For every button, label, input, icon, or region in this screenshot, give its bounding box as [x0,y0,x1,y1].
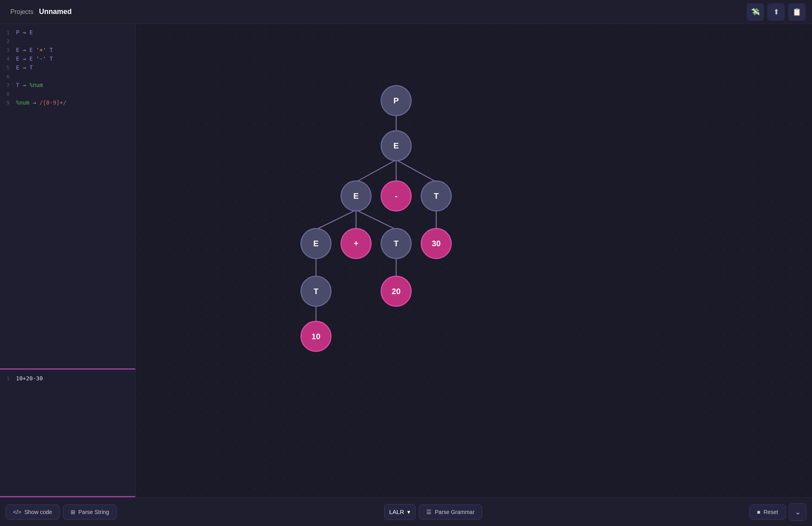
tree-node: - [381,181,411,211]
parse-string-label: Parse String [79,509,109,515]
grammar-line: 3E → E '+' T [0,46,135,55]
line-content [16,73,19,79]
line-content [16,38,19,44]
token-arrow: → [30,99,39,106]
input-editor[interactable]: 110+20-30 [0,370,135,497]
token-arrow: → [19,64,29,71]
grammar-line: 9%num → /[0-9]+/ [0,99,135,108]
token-terminal-tok: %num [30,82,43,88]
expand-chevron-icon: ⌄ [795,508,801,516]
line-number: 1 [0,376,16,382]
tree-edge [356,210,396,229]
line-number: 2 [0,38,16,44]
project-title: Unnamed [39,8,72,16]
token-arrow: → [19,29,29,36]
line-content: %num → /[0-9]+/ [16,99,66,106]
line-number: 6 [0,73,16,79]
header: Projects Unnamed 💸 ⬆ 📋 [0,0,812,24]
tree-node: E [301,229,331,259]
token-terminal-tok: %num [16,99,30,106]
line-number: 4 [0,56,16,62]
lalr-dropdown[interactable]: LALR ▾ [384,504,416,520]
parse-tree-panel: PEE-TE+T30T2010 [136,24,812,497]
line-content: T → %num [16,82,43,88]
token-nonterminal: E [30,29,33,36]
grammar-line: 7T → %num [0,81,135,90]
line-number: 5 [0,65,16,71]
reset-button[interactable]: ■ Reset [749,504,786,520]
tree-node: E [381,131,411,161]
node-label: T [394,239,399,248]
token-space [33,47,36,53]
tree-node: T [421,181,451,211]
tree-node: T [381,229,411,259]
header-actions: 💸 ⬆ 📋 [747,3,806,21]
node-label: E [313,239,319,248]
line-content: E → E '+' T [16,47,53,53]
copy-button[interactable]: 📋 [788,3,806,21]
node-label: E [394,141,399,150]
line-content: P → E [16,29,33,36]
node-label: + [354,239,359,248]
lalr-label: LALR [389,508,404,515]
tree-node: P [381,86,411,116]
show-code-label: Show code [24,509,52,515]
token-space [33,55,36,62]
node-label: - [395,192,398,200]
lalr-chevron: ▾ [407,508,410,516]
line-content: E → T [16,64,33,71]
token-arrow: → [19,55,29,62]
node-label: E [353,192,359,200]
node-label: 10 [311,332,320,341]
grammar-line: 8 [0,90,135,99]
tree-edge [396,160,436,182]
grammar-line: 6 [0,73,135,81]
donate-button[interactable]: 💸 [747,3,764,21]
line-number: 1 [0,30,16,36]
tree-edge [356,160,396,182]
line-content [16,91,19,97]
reset-icon: ■ [757,509,760,515]
parse-tree-svg: PEE-TE+T30T2010 [136,24,812,497]
node-label: T [313,287,319,296]
expand-button[interactable]: ⌄ [789,503,806,521]
grammar-line: 5E → T [0,64,135,73]
left-panel: 1P → E2 3E → E '+' T4E → E '-' T5E → T6 … [0,24,136,497]
tree-node: 10 [301,321,331,351]
grammar-editor[interactable]: 1P → E2 3E → E '+' T4E → E '-' T5E → T6 … [0,24,135,370]
input-line: 110+20-30 [0,375,135,384]
node-label: P [394,96,399,105]
grammar-line: 4E → E '-' T [0,55,135,64]
parse-string-button[interactable]: ⊞ Parse String [63,504,117,520]
tree-node: T [301,276,331,306]
tree-node: + [341,229,371,259]
projects-link[interactable]: Projects [6,6,37,18]
parse-string-icon: ⊞ [71,509,75,515]
parse-grammar-button[interactable]: ☰ Parse Grammar [419,504,482,520]
reset-label: Reset [763,509,778,515]
node-label: 30 [432,239,441,248]
line-number: 8 [0,91,16,97]
token-nonterminal: T [49,55,53,62]
token-arrow: → [19,47,29,53]
parse-grammar-label: Parse Grammar [435,509,475,515]
tree-node: E [341,181,371,211]
share-button[interactable]: ⬆ [767,3,785,21]
tree-edge [316,210,356,229]
node-label: 20 [392,287,400,296]
token-terminal-str: '+' [36,47,46,53]
token-arrow: → [19,82,29,88]
main-layout: 1P → E2 3E → E '+' T4E → E '-' T5E → T6 … [0,24,812,497]
tree-node: 30 [421,229,451,259]
token-terminal-str: '-' [36,55,46,62]
line-content: E → E '-' T [16,55,53,62]
line-number: 7 [0,82,16,88]
input-content: 10+20-30 [16,375,43,382]
line-number: 9 [0,100,16,106]
grammar-line: 2 [0,38,135,46]
token-nonterminal: T [30,64,33,71]
show-code-button[interactable]: </> Show code [6,504,60,520]
tree-node: 20 [381,276,411,306]
grammar-line: 1P → E [0,29,135,38]
token-nonterminal: E [30,55,33,62]
